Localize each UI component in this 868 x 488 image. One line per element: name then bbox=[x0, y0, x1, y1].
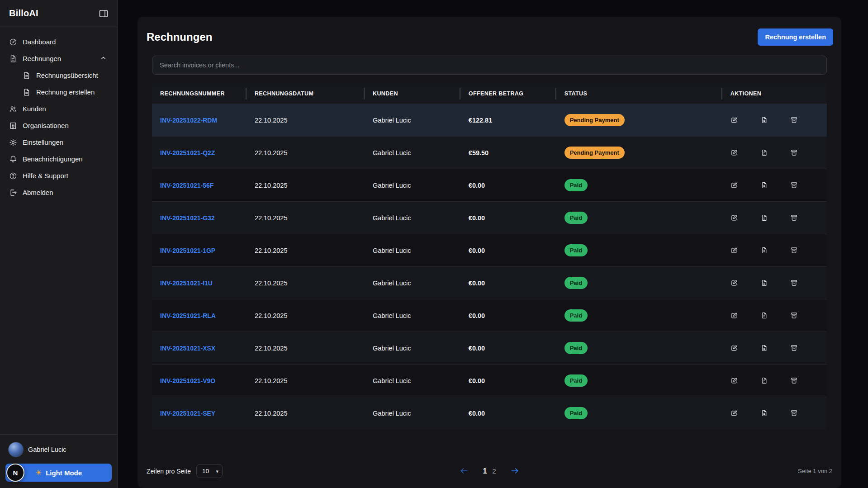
pdf-invoice-button[interactable] bbox=[760, 409, 768, 417]
pdf-invoice-button[interactable] bbox=[760, 149, 768, 156]
next-page-button[interactable] bbox=[510, 466, 520, 476]
pdf-file-icon bbox=[760, 281, 768, 288]
edit-invoice-button[interactable] bbox=[730, 116, 738, 124]
archive-icon bbox=[790, 314, 798, 321]
invoice-number-cell: INV-20251022-RDM bbox=[152, 104, 247, 137]
pdf-file-icon bbox=[760, 314, 768, 321]
edit-invoice-button[interactable] bbox=[730, 181, 738, 189]
invoice-link[interactable]: INV-20251021-RLA bbox=[160, 312, 216, 319]
archive-invoice-button[interactable] bbox=[790, 279, 798, 287]
edit-invoice-button[interactable] bbox=[730, 409, 738, 417]
pdf-invoice-button[interactable] bbox=[760, 181, 768, 189]
sidebar-item-kunden[interactable]: Kunden bbox=[5, 100, 113, 117]
sidebar-item-rechnung-erstellen[interactable]: Rechnung erstellen bbox=[5, 84, 113, 100]
edit-invoice-button[interactable] bbox=[730, 312, 738, 319]
search-input[interactable] bbox=[152, 56, 827, 75]
sidebar-item-abmelden[interactable]: Abmelden bbox=[5, 184, 113, 201]
page-button-1[interactable]: 1 bbox=[480, 465, 489, 477]
invoice-number-cell: INV-20251021-G32 bbox=[152, 202, 247, 234]
invoice-link[interactable]: INV-20251021-56F bbox=[160, 182, 213, 189]
status-badge: Paid bbox=[564, 407, 588, 419]
archive-invoice-button[interactable] bbox=[790, 344, 798, 352]
invoice-link[interactable]: INV-20251021-G32 bbox=[160, 214, 215, 222]
sidebar-item-label: Rechnungen bbox=[23, 55, 61, 62]
pdf-invoice-button[interactable] bbox=[760, 344, 768, 352]
archive-invoice-button[interactable] bbox=[790, 409, 798, 417]
extension-bubble[interactable]: N bbox=[6, 464, 24, 482]
invoice-date: 22.10.2025 bbox=[247, 397, 365, 430]
sidebar-item-dashboard[interactable]: Dashboard bbox=[5, 33, 113, 50]
users-icon bbox=[9, 105, 17, 113]
edit-invoice-button[interactable] bbox=[730, 214, 738, 222]
panel-collapse-icon bbox=[98, 14, 109, 20]
invoice-actions-cell bbox=[722, 104, 827, 137]
table-header-row: RECHNUNGSNUMMERRECHNUNGSDATUMKUNDENOFFEN… bbox=[152, 84, 827, 104]
archive-icon bbox=[790, 249, 798, 256]
sidebar-item-einstellungen[interactable]: Einstellungen bbox=[5, 134, 113, 151]
sidebar-header: BilloAI bbox=[0, 0, 117, 27]
archive-invoice-button[interactable] bbox=[790, 149, 798, 156]
previous-page-button[interactable] bbox=[459, 466, 469, 476]
edit-invoice-button[interactable] bbox=[730, 246, 738, 254]
bell-icon bbox=[9, 155, 17, 163]
archive-invoice-button[interactable] bbox=[790, 181, 798, 189]
pdf-invoice-button[interactable] bbox=[760, 246, 768, 254]
pdf-invoice-button[interactable] bbox=[760, 377, 768, 384]
page-title: Rechnungen bbox=[147, 31, 212, 43]
create-invoice-button[interactable]: Rechnung erstellen bbox=[758, 28, 833, 46]
arrow-left-icon bbox=[460, 470, 469, 477]
archive-icon bbox=[790, 281, 798, 288]
archive-icon bbox=[790, 412, 798, 418]
rows-per-page-select-wrap: 10 bbox=[196, 464, 223, 478]
user-profile[interactable]: Gabriel Lucic bbox=[5, 440, 112, 464]
edit-invoice-button[interactable] bbox=[730, 377, 738, 384]
sidebar-item-rechnungen[interactable]: Rechnungen bbox=[5, 50, 113, 67]
invoice-link[interactable]: INV-20251021-Q2Z bbox=[160, 149, 215, 156]
edit-invoice-button[interactable] bbox=[730, 149, 738, 156]
table-row: INV-20251021-XSX 22.10.2025 Gabriel Luci… bbox=[152, 332, 827, 365]
archive-icon bbox=[790, 346, 798, 353]
invoice-amount: €0.00 bbox=[460, 299, 556, 332]
page-button-2[interactable]: 2 bbox=[489, 465, 498, 477]
invoice-link[interactable]: INV-20251021-1GP bbox=[160, 247, 215, 254]
pdf-invoice-button[interactable] bbox=[760, 116, 768, 124]
edit-invoice-button[interactable] bbox=[730, 279, 738, 287]
edit-invoice-button[interactable] bbox=[730, 344, 738, 352]
edit-icon bbox=[730, 216, 738, 223]
invoice-link[interactable]: INV-20251021-XSX bbox=[160, 345, 215, 352]
pdf-invoice-button[interactable] bbox=[760, 279, 768, 287]
building-icon bbox=[9, 122, 17, 130]
archive-invoice-button[interactable] bbox=[790, 116, 798, 124]
archive-invoice-button[interactable] bbox=[790, 214, 798, 222]
invoice-actions-cell bbox=[722, 202, 827, 234]
sidebar-item-rechnungsuebersicht[interactable]: Rechnungsübersicht bbox=[5, 67, 113, 84]
invoice-actions-cell bbox=[722, 299, 827, 332]
table-row: INV-20251021-SEY 22.10.2025 Gabriel Luci… bbox=[152, 397, 827, 430]
sidebar-collapse-button[interactable] bbox=[98, 8, 109, 19]
sidebar-item-label: Abmelden bbox=[23, 189, 53, 196]
invoice-link[interactable]: INV-20251021-SEY bbox=[160, 410, 215, 417]
pdf-invoice-button[interactable] bbox=[760, 214, 768, 222]
archive-invoice-button[interactable] bbox=[790, 312, 798, 319]
sidebar-item-label: Einstellungen bbox=[23, 138, 63, 146]
sidebar-item-hilfe-support[interactable]: Hilfe & Support bbox=[5, 167, 113, 184]
status-badge: Paid bbox=[564, 342, 588, 354]
invoice-link[interactable]: INV-20251021-I1U bbox=[160, 280, 213, 287]
invoice-link[interactable]: INV-20251021-V9O bbox=[160, 377, 215, 384]
invoice-number-cell: INV-20251021-V9O bbox=[152, 365, 247, 397]
pdf-invoice-button[interactable] bbox=[760, 312, 768, 319]
archive-invoice-button[interactable] bbox=[790, 246, 798, 254]
invoice-status-cell: Pending Payment bbox=[556, 104, 722, 137]
sidebar-item-benachrichtigungen[interactable]: Benachrichtigungen bbox=[5, 151, 113, 167]
arrow-right-icon bbox=[510, 470, 519, 477]
archive-invoice-button[interactable] bbox=[790, 377, 798, 384]
sidebar-item-organisationen[interactable]: Organisationen bbox=[5, 117, 113, 134]
rows-per-page-select[interactable]: 10 bbox=[196, 464, 223, 478]
table-row: INV-20251021-RLA 22.10.2025 Gabriel Luci… bbox=[152, 299, 827, 332]
archive-icon bbox=[790, 216, 798, 223]
status-badge: Paid bbox=[564, 309, 588, 322]
invoice-status-cell: Paid bbox=[556, 299, 722, 332]
invoice-link[interactable]: INV-20251022-RDM bbox=[160, 117, 217, 124]
invoice-amount: €122.81 bbox=[460, 104, 556, 137]
sidebar-footer: Gabriel Lucic N ☀ Light Mode bbox=[0, 434, 117, 488]
